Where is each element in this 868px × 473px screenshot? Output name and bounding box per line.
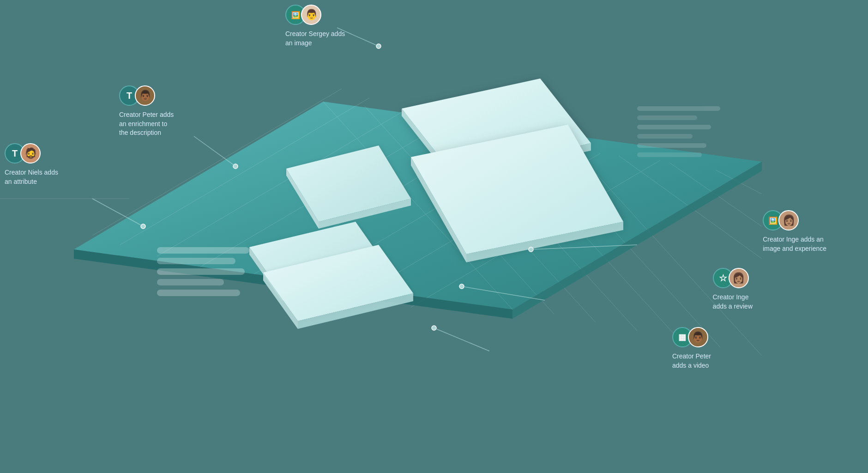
- svg-rect-26: [637, 125, 711, 129]
- svg-marker-5: [452, 143, 591, 181]
- annotation-niels: T 🧔 Creator Niels adds an attribute: [5, 143, 58, 186]
- svg-marker-9: [286, 169, 319, 229]
- inge-image-avatar: 👩🏽: [778, 210, 799, 230]
- isometric-illustration: [0, 0, 868, 473]
- svg-marker-0: [74, 102, 762, 309]
- svg-rect-16: [157, 279, 224, 285]
- svg-marker-2: [74, 249, 512, 319]
- svg-marker-23: [263, 273, 298, 329]
- svg-marker-18: [249, 222, 388, 293]
- inge-image-label: Creator Inge adds an image and experienc…: [763, 235, 826, 253]
- annotation-inge-review: ☆ 👩🏽 Creator Inge adds a review: [713, 268, 753, 311]
- svg-marker-6: [402, 109, 452, 181]
- svg-rect-25: [637, 115, 697, 120]
- annotation-peter-enrichment: T 👨🏾 Creator Peter adds an enrichment to…: [119, 85, 174, 138]
- svg-point-32: [376, 44, 381, 49]
- svg-point-30: [141, 224, 145, 229]
- svg-rect-15: [157, 268, 245, 275]
- svg-rect-17: [157, 290, 240, 296]
- annotation-peter-video: ▦ 👨🏾 Creator Peter adds a video: [672, 327, 711, 370]
- svg-rect-24: [637, 106, 720, 111]
- svg-rect-14: [157, 258, 235, 264]
- sergey-icons: 🖼️ 👨: [285, 5, 321, 25]
- svg-point-33: [529, 247, 533, 252]
- scene: T 🧔 Creator Niels adds an attribute T 👨🏾…: [0, 0, 868, 473]
- peter-video-avatar: 👨🏾: [688, 327, 708, 347]
- annotation-inge-image: 🖼️ 👩🏽 Creator Inge adds an image and exp…: [763, 210, 826, 253]
- inge-review-label: Creator Inge adds a review: [713, 293, 753, 311]
- peter-icons: T 👨🏾: [119, 85, 155, 106]
- sergey-label: Creator Sergey adds an image: [285, 30, 345, 48]
- svg-marker-10: [411, 125, 623, 254]
- sergey-avatar: 👨: [301, 5, 321, 25]
- svg-marker-11: [466, 222, 623, 262]
- svg-rect-28: [637, 143, 706, 148]
- niels-icons: T 🧔: [5, 143, 41, 164]
- svg-rect-27: [637, 134, 693, 139]
- svg-point-35: [432, 326, 436, 330]
- svg-point-34: [459, 284, 464, 289]
- svg-marker-12: [411, 157, 466, 262]
- annotation-sergey: 🖼️ 👨 Creator Sergey adds an image: [285, 5, 345, 48]
- svg-marker-22: [298, 293, 413, 329]
- niels-avatar: 🧔: [20, 143, 41, 164]
- svg-marker-19: [282, 268, 388, 301]
- peter-video-icons: ▦ 👨🏾: [672, 327, 708, 347]
- svg-marker-7: [286, 146, 411, 222]
- peter-enrichment-label: Creator Peter adds an enrichment to the …: [119, 110, 174, 138]
- peter-video-label: Creator Peter adds a video: [672, 352, 711, 370]
- inge-image-icons: 🖼️ 👩🏽: [763, 210, 799, 230]
- svg-marker-21: [263, 245, 413, 321]
- svg-point-31: [233, 164, 238, 169]
- svg-marker-8: [319, 199, 411, 229]
- svg-marker-20: [249, 247, 282, 301]
- svg-rect-29: [637, 152, 702, 157]
- svg-marker-4: [402, 79, 591, 173]
- peter-avatar: 👨🏾: [135, 85, 155, 106]
- inge-review-avatar: 👩🏽: [729, 268, 749, 288]
- niels-label: Creator Niels adds an attribute: [5, 168, 58, 186]
- svg-rect-13: [157, 247, 249, 254]
- inge-review-icons: ☆ 👩🏽: [713, 268, 749, 288]
